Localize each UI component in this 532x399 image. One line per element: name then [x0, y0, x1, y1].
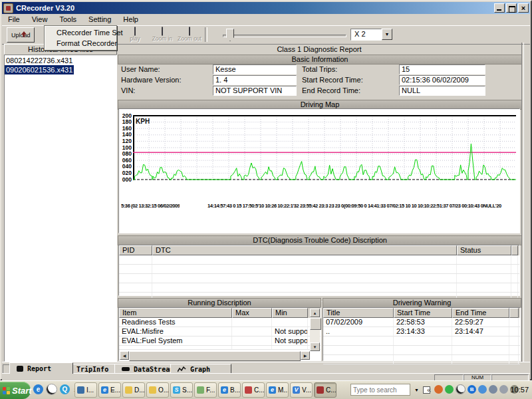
app-icon: [3, 3, 13, 13]
scrollbar-thumb[interactable]: [129, 351, 301, 361]
table-cell: 22:59:27: [452, 318, 509, 327]
upload-button[interactable]: Upload: [7, 27, 35, 43]
table-cell: [511, 274, 518, 283]
scheduler-icon[interactable]: [499, 385, 508, 394]
field-value: 1. 4: [213, 75, 297, 85]
start-button[interactable]: Start: [0, 382, 31, 399]
table-cell: [394, 346, 452, 354]
column-header-dtc[interactable]: DTC: [152, 245, 457, 255]
bluetooth-icon[interactable]: B: [467, 385, 476, 394]
column-header-title[interactable]: Title: [323, 308, 394, 318]
messenger-icon[interactable]: Q: [60, 384, 70, 394]
file-list-item[interactable]: 090206021536.x431: [5, 65, 74, 74]
table-row: [119, 346, 321, 350]
taskbar-button[interactable]: O...: [146, 382, 169, 398]
column-header-[interactable]: [511, 245, 518, 255]
menu-help[interactable]: Help: [117, 15, 144, 25]
table-cell: [232, 327, 272, 336]
menu-setting[interactable]: Setting: [82, 15, 117, 25]
taskbar-button[interactable]: eB...: [218, 382, 241, 398]
zoom-factor-value[interactable]: X 2: [350, 29, 382, 41]
scroll-down-button[interactable]: ▼: [310, 342, 320, 351]
antivirus-shield-icon[interactable]: [445, 385, 454, 394]
scroll-right-button[interactable]: ▶: [301, 351, 310, 360]
toolbar-zoom-in-button[interactable]: Zoom in: [149, 27, 176, 43]
taskbar-button[interactable]: SS...: [170, 382, 193, 398]
running-vertical-scrollbar[interactable]: ▲ ▼: [310, 309, 320, 351]
menu-view[interactable]: View: [26, 15, 54, 25]
table-cell: [457, 265, 511, 273]
taskbar-button[interactable]: C...: [242, 382, 265, 398]
close-button[interactable]: ×: [518, 3, 529, 13]
launcher-icon[interactable]: [489, 385, 497, 394]
app-icon: [197, 386, 204, 394]
table-cell: 07/02/2009: [323, 318, 394, 327]
upload-label: Upload: [11, 32, 30, 39]
panda-icon[interactable]: [456, 384, 466, 394]
column-header-pid[interactable]: PID: [119, 245, 152, 255]
table-row: [119, 265, 519, 274]
maximize-button[interactable]: [506, 3, 517, 13]
panda-icon[interactable]: [46, 384, 57, 395]
table-cell: [511, 265, 518, 273]
tab-graph[interactable]: Graph: [170, 364, 231, 374]
column-header-end-time[interactable]: End Time: [452, 308, 509, 318]
menu-item-crecorder-time-set[interactable]: CRecorder Time Set: [45, 27, 116, 38]
toolbar-play-button[interactable]: play: [122, 27, 148, 43]
maximize-icon: [509, 6, 515, 13]
browser-swirl-icon[interactable]: [434, 385, 443, 394]
search-input[interactable]: [350, 384, 410, 396]
ie-icon[interactable]: e: [33, 384, 43, 394]
tools-menu-popup: CRecorder Time SetFormat CRecorder: [44, 25, 117, 51]
window-title: CRecorder V3.20: [16, 4, 74, 12]
search-dropdown-button[interactable]: ▼: [412, 386, 421, 394]
file-list-item[interactable]: 080214222736.x431: [5, 56, 74, 65]
table-cell: [452, 346, 509, 354]
table-cell: [511, 255, 518, 264]
menu-tools[interactable]: Tools: [53, 15, 82, 25]
tray-collapse-chevron-icon[interactable]: «: [426, 386, 432, 394]
column-header-min[interactable]: Min: [272, 308, 308, 318]
taskbar-button[interactable]: F...: [194, 382, 217, 398]
table-row: ..23:14:3323:14:47: [323, 327, 520, 336]
chart-x-axis-right-label: 14:14:57:43 0 15 17:50:5'10 10:26 10:22:…: [207, 203, 518, 209]
column-header-start-time[interactable]: Start Time: [394, 308, 452, 318]
driving-map-panel: 200180160140120100080060040020000 KPH 5:…: [118, 108, 520, 233]
running-horizontal-scrollbar[interactable]: ◀ ▶: [120, 351, 310, 360]
table-cell: Readiness Tests: [119, 318, 232, 327]
table-cell: [509, 327, 519, 336]
column-header-item[interactable]: Item: [119, 308, 232, 318]
scroll-up-button[interactable]: ▲: [310, 309, 320, 317]
zoom-factor-dropdown-button[interactable]: ▼: [382, 29, 392, 40]
taskbar-button-label: E...: [110, 386, 120, 394]
field-label: VIN:: [121, 86, 135, 94]
zoom-in-icon: [162, 27, 163, 36]
toolbar-zoom-out-button[interactable]: Zoom out: [176, 27, 203, 43]
tab-label: DataStream: [134, 366, 174, 373]
wireless-display-icon[interactable]: [478, 385, 487, 394]
chart-y-tick-label: 120: [119, 138, 132, 144]
taskbar-button[interactable]: VV...: [290, 382, 313, 398]
column-header-max[interactable]: Max: [232, 308, 272, 318]
taskbar-button[interactable]: C...: [314, 382, 336, 398]
column-header-[interactable]: [509, 308, 519, 318]
scroll-left-button[interactable]: ◀: [120, 351, 129, 360]
scrollbar-thumb[interactable]: [310, 318, 321, 330]
menu-item-format-crecorder[interactable]: Format CRecorder: [45, 38, 116, 49]
report-title: Class 1 Diagnostic Report: [118, 45, 521, 53]
table-cell: [119, 265, 152, 273]
taskbar-button[interactable]: eE...: [98, 382, 121, 398]
playback-slider-thumb[interactable]: [226, 29, 234, 41]
menu-file[interactable]: File: [2, 15, 26, 25]
taskbar-button[interactable]: I...: [74, 382, 97, 398]
playback-slider-track[interactable]: [223, 35, 346, 37]
column-header-status[interactable]: Status: [457, 245, 511, 255]
taskbar-button[interactable]: D...: [122, 382, 145, 398]
taskbar-button[interactable]: eM...: [266, 382, 289, 398]
driving-map-chart[interactable]: [133, 115, 516, 180]
field-value: 02:15:36 06/02/2009: [399, 75, 485, 85]
toolbar-button-label: Zoom out: [176, 35, 203, 42]
minimize-button[interactable]: [494, 3, 505, 13]
tab-report[interactable]: Report: [9, 362, 73, 374]
start-label: Start: [12, 386, 32, 396]
